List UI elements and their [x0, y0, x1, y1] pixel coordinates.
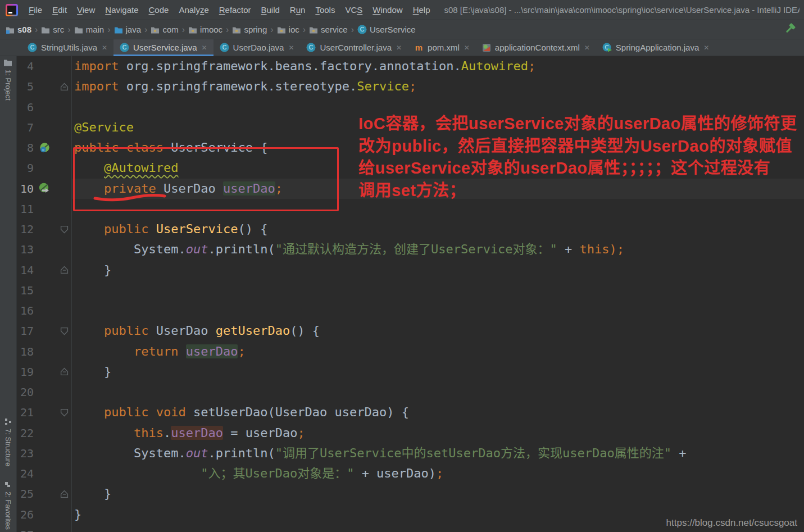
build-hammer-icon[interactable] — [784, 22, 796, 37]
code-text[interactable]: System.out.println("调用了UserService中的setU… — [72, 443, 804, 463]
menu-window[interactable]: Window — [367, 5, 407, 15]
tab-applicationcontext-xml[interactable]: applicationContext.xml✕ — [476, 39, 596, 56]
menu-vcs[interactable]: VCS — [340, 5, 367, 15]
code-text[interactable]: import org.springframework.beans.factory… — [72, 56, 804, 76]
fold-marker-slot[interactable] — [57, 327, 71, 335]
class-icon: C — [306, 43, 316, 52]
code-text[interactable]: } — [72, 484, 804, 504]
tab-close-icon[interactable]: ✕ — [288, 44, 294, 52]
tab-close-icon[interactable]: ✕ — [102, 44, 107, 52]
gutter: 20 — [17, 382, 72, 402]
tab-close-icon[interactable]: ✕ — [396, 44, 402, 52]
gutter: 4 — [17, 56, 72, 76]
breadcrumb-item-userservice[interactable]: CUserService — [356, 25, 417, 34]
code-text[interactable] — [72, 382, 804, 402]
watermark-url: https://blog.csdn.net/csucsgoat — [666, 517, 797, 529]
gutter-icon-slot[interactable] — [34, 183, 55, 194]
gutter: 26 — [17, 504, 72, 525]
stripe-item-project[interactable]: 1: Project — [3, 58, 12, 101]
breadcrumb-separator: › — [303, 25, 306, 35]
line-number: 9 — [17, 158, 34, 178]
code-line-14: 14 } — [17, 260, 804, 280]
breadcrumb-item-ioc[interactable]: ioc — [276, 25, 301, 34]
menu-navigate[interactable]: Navigate — [100, 5, 143, 15]
menu-file[interactable]: File — [24, 5, 47, 15]
breadcrumb-item-imooc[interactable]: imooc — [187, 25, 224, 34]
menu-analyze[interactable]: Analyze — [174, 5, 214, 15]
menu-tools[interactable]: Tools — [310, 5, 340, 15]
stripe-top-group: 1: Project — [0, 58, 16, 101]
code-text[interactable] — [72, 301, 804, 321]
tab-close-icon[interactable]: ✕ — [464, 44, 470, 52]
gutter: 22 — [17, 423, 72, 443]
code-text[interactable]: return userDao; — [72, 342, 804, 362]
tab-userservice-java[interactable]: CUserService.java✕ — [113, 39, 213, 56]
menu-label: Window — [373, 5, 402, 15]
code-text[interactable]: public UserDao getUserDao() { — [72, 321, 804, 341]
breadcrumb-item-java[interactable]: java — [113, 25, 143, 34]
tab-close-icon[interactable]: ✕ — [584, 44, 590, 52]
annotation-text: IoC容器，会把userService对象的userDao属性的修饰符更改为pu… — [358, 113, 804, 202]
breadcrumb-item-com[interactable]: com — [149, 25, 179, 34]
svg-text:C: C — [122, 44, 127, 51]
annotation-text-line: 给userService对象的userDao属性；；；；；这个过程没有 — [358, 157, 804, 180]
fold-marker-slot[interactable] — [57, 83, 71, 91]
menu-view[interactable]: View — [72, 5, 100, 15]
stripe-item-structure[interactable]: 7: Structure — [4, 418, 12, 466]
code-text[interactable]: } — [72, 260, 804, 280]
breadcrumb-item-s08[interactable]: s08 — [4, 25, 33, 34]
menu-edit[interactable]: Edit — [47, 5, 72, 15]
menu-help[interactable]: Help — [408, 5, 435, 15]
tab-usercontroller-java[interactable]: CUserController.java✕ — [300, 39, 408, 56]
tab-userdao-java[interactable]: CUserDao.java✕ — [214, 39, 301, 56]
tab-close-icon[interactable]: ✕ — [201, 44, 207, 52]
line-number: 4 — [17, 56, 34, 76]
breadcrumb-separator: › — [270, 25, 273, 35]
tab-pom-xml[interactable]: mpom.xml✕ — [408, 39, 476, 56]
tab-springapplication-java[interactable]: CSpringApplication.java✕ — [596, 39, 716, 56]
tab-close-icon[interactable]: ✕ — [703, 44, 709, 52]
menu-label: Navigate — [105, 5, 138, 15]
tab-label: StringUtils.java — [41, 43, 97, 52]
gutter-icon-slot[interactable]: c — [34, 142, 55, 154]
gutter: 6 — [17, 97, 72, 117]
code-text[interactable]: this.userDao = userDao; — [72, 423, 804, 443]
code-line-21: 21 public void setUserDao(UserDao userDa… — [17, 402, 804, 422]
breadcrumb-separator: › — [67, 25, 70, 35]
gutter: 13 — [17, 239, 72, 260]
code-text[interactable]: "入；其UserDao对象是：" + userDao); — [72, 463, 804, 484]
menu-label: View — [77, 5, 95, 15]
menu-build[interactable]: Build — [256, 5, 284, 15]
stripe-item-favorites[interactable]: 2: Favorites — [4, 481, 12, 530]
line-number: 13 — [17, 239, 34, 260]
svg-text:C: C — [360, 26, 365, 33]
line-number: 27 — [17, 525, 34, 532]
code-text[interactable]: import org.springframework.stereotype.Se… — [72, 76, 804, 97]
fold-marker-slot[interactable] — [57, 490, 71, 498]
package-icon — [151, 26, 160, 34]
code-text[interactable]: public UserService() { — [72, 219, 804, 239]
breadcrumb-item-spring[interactable]: spring — [231, 25, 268, 34]
menu-refactor[interactable]: Refactor — [214, 5, 256, 15]
breadcrumb-item-main[interactable]: main — [73, 25, 106, 34]
menu-code[interactable]: Code — [144, 5, 174, 15]
fold-marker-slot[interactable] — [57, 266, 71, 274]
line-number: 11 — [17, 199, 34, 219]
tab-stringutils-java[interactable]: CStringUtils.java✕ — [21, 39, 113, 56]
fold-marker-slot[interactable] — [57, 367, 71, 376]
code-text[interactable]: public void setUserDao(UserDao userDao) … — [72, 402, 804, 422]
menu-run[interactable]: Run — [285, 5, 311, 15]
fold-marker-slot[interactable] — [57, 225, 71, 234]
fold-marker-slot[interactable] — [57, 408, 71, 417]
breadcrumb-item-service[interactable]: service — [308, 25, 349, 34]
code-text[interactable] — [72, 280, 804, 301]
breadcrumb-label: UserService — [370, 25, 416, 34]
breadcrumb-separator: › — [182, 25, 185, 35]
code-text[interactable]: } — [72, 362, 804, 382]
gutter: 16 — [17, 301, 72, 321]
folder-icon — [3, 58, 12, 66]
fold-end-icon — [60, 367, 69, 376]
code-text[interactable]: System.out.println("通过默认构造方法，创建了UserServ… — [72, 239, 804, 260]
class-icon: C — [220, 43, 229, 52]
breadcrumb-item-src[interactable]: src — [40, 25, 65, 34]
